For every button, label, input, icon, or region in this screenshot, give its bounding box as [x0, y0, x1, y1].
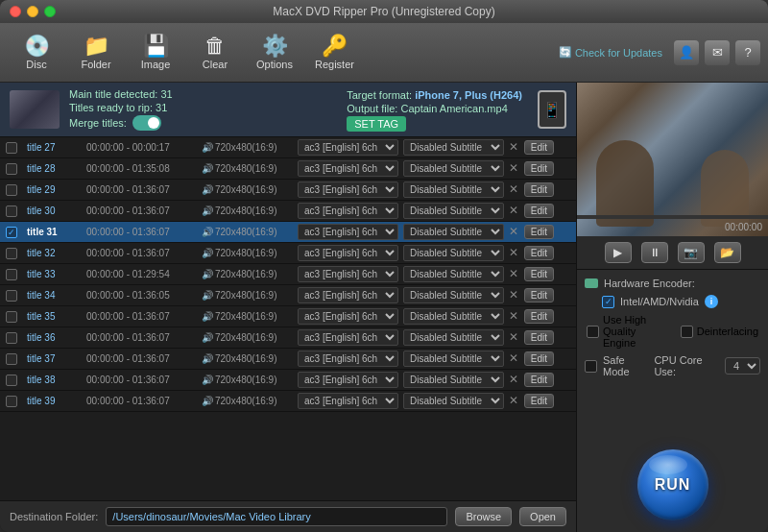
table-row[interactable]: title 33 00:00:00 - 01:29:54 🔊720x480(16… [0, 264, 576, 285]
audio-select[interactable]: ac3 [English] 6ch [298, 181, 398, 198]
subtitle-select[interactable]: Disabled Subtitle [403, 308, 504, 325]
title-checkbox[interactable] [6, 184, 17, 196]
audio-select[interactable]: ac3 [English] 6ch [298, 351, 398, 367]
table-row[interactable]: title 29 00:00:00 - 01:36:07 🔊720x480(16… [0, 180, 576, 201]
audio-select[interactable]: ac3 [English] 6ch [298, 245, 398, 261]
subtitle-select[interactable]: Disabled Subtitle [403, 245, 504, 261]
audio-select[interactable]: ac3 [English] 6ch [298, 224, 398, 240]
table-row[interactable]: title 35 00:00:00 - 01:36:07 🔊720x480(16… [0, 306, 576, 327]
dest-input[interactable] [106, 507, 447, 526]
remove-icon[interactable]: ✕ [509, 161, 518, 175]
browse-button[interactable]: Browse [455, 507, 512, 526]
check-updates-button[interactable]: 🔄 Check for Updates [559, 46, 662, 59]
screenshot-button[interactable]: 📷 [678, 242, 705, 263]
folder-button[interactable]: 📁 Folder [67, 28, 125, 78]
edit-button[interactable]: Edit [524, 330, 554, 345]
clear-button[interactable]: 🗑 Clear [186, 28, 244, 78]
table-row[interactable]: title 39 00:00:00 - 01:36:07 🔊720x480(16… [0, 391, 576, 412]
subtitle-select[interactable]: Disabled Subtitle [403, 224, 504, 240]
register-button[interactable]: 🔑 Register [305, 28, 364, 78]
audio-select[interactable]: ac3 [English] 6ch [298, 203, 398, 219]
image-button[interactable]: 💾 Image [127, 28, 184, 78]
edit-button[interactable]: Edit [524, 351, 554, 366]
edit-button[interactable]: Edit [524, 225, 554, 239]
edit-button[interactable]: Edit [524, 182, 554, 197]
title-checkbox[interactable] [6, 290, 17, 302]
title-checkbox[interactable] [6, 353, 17, 365]
table-row[interactable]: title 28 00:00:00 - 01:35:08 🔊720x480(16… [0, 158, 576, 180]
title-checkbox[interactable] [6, 396, 17, 407]
options-button[interactable]: ⚙️ Options [246, 28, 303, 78]
audio-select[interactable]: ac3 [English] 6ch [298, 308, 398, 325]
maximize-button[interactable] [44, 6, 56, 17]
remove-icon[interactable]: ✕ [509, 140, 518, 154]
edit-button[interactable]: Edit [524, 161, 554, 176]
audio-select[interactable]: ac3 [English] 6ch [298, 139, 398, 156]
edit-button[interactable]: Edit [524, 309, 554, 324]
edit-button[interactable]: Edit [524, 267, 554, 281]
title-checkbox[interactable] [6, 269, 17, 280]
edit-button[interactable]: Edit [524, 140, 554, 155]
remove-icon[interactable]: ✕ [509, 204, 518, 217]
audio-select[interactable]: ac3 [English] 6ch [298, 329, 398, 346]
remove-icon[interactable]: ✕ [509, 225, 518, 238]
table-row[interactable]: title 36 00:00:00 - 01:36:07 🔊720x480(16… [0, 327, 576, 349]
title-checkbox[interactable] [6, 206, 17, 217]
mail-icon-button[interactable]: ✉ [705, 40, 730, 65]
safe-mode-checkbox[interactable] [585, 360, 597, 373]
title-checkbox[interactable] [6, 332, 17, 344]
remove-icon[interactable]: ✕ [509, 267, 518, 280]
user-icon-button[interactable]: 👤 [674, 40, 699, 65]
subtitle-select[interactable]: Disabled Subtitle [403, 266, 504, 282]
table-row[interactable]: title 30 00:00:00 - 01:36:07 🔊720x480(16… [0, 201, 576, 222]
disc-button[interactable]: 💿 Disc [8, 28, 65, 78]
close-button[interactable] [10, 6, 21, 17]
subtitle-select[interactable]: Disabled Subtitle [403, 351, 504, 367]
audio-select[interactable]: ac3 [English] 6ch [298, 287, 398, 303]
subtitle-select[interactable]: Disabled Subtitle [403, 393, 504, 409]
subtitle-select[interactable]: Disabled Subtitle [403, 203, 504, 219]
table-row[interactable]: ✓ title 31 00:00:00 - 01:36:07 🔊720x480(… [0, 222, 576, 243]
title-checkbox[interactable] [6, 248, 17, 259]
remove-icon[interactable]: ✕ [509, 182, 518, 196]
edit-button[interactable]: Edit [524, 394, 554, 408]
title-checkbox[interactable] [6, 311, 17, 323]
open-button[interactable]: Open [519, 507, 566, 526]
audio-select[interactable]: ac3 [English] 6ch [298, 393, 398, 409]
subtitle-select[interactable]: Disabled Subtitle [403, 181, 504, 198]
remove-icon[interactable]: ✕ [509, 246, 518, 259]
edit-button[interactable]: Edit [524, 288, 554, 302]
remove-icon[interactable]: ✕ [509, 288, 518, 302]
info-button[interactable]: i [705, 295, 718, 308]
table-row[interactable]: title 37 00:00:00 - 01:36:07 🔊720x480(16… [0, 349, 576, 370]
play-button[interactable]: ▶ [605, 242, 632, 263]
audio-select[interactable]: ac3 [English] 6ch [298, 160, 398, 177]
title-list[interactable]: title 27 00:00:00 - 00:00:17 🔊720x480(16… [0, 137, 576, 500]
remove-icon[interactable]: ✕ [509, 330, 518, 344]
subtitle-select[interactable]: Disabled Subtitle [403, 139, 504, 156]
table-row[interactable]: title 38 00:00:00 - 01:36:07 🔊720x480(16… [0, 370, 576, 391]
set-tag-button[interactable]: SET TAG [347, 116, 406, 132]
run-button[interactable]: RUN [637, 449, 708, 520]
table-row[interactable]: title 32 00:00:00 - 01:36:07 🔊720x480(16… [0, 243, 576, 264]
edit-button[interactable]: Edit [524, 246, 554, 260]
title-checkbox[interactable]: ✓ [6, 227, 17, 238]
merge-toggle[interactable] [132, 115, 161, 131]
title-checkbox[interactable] [6, 375, 17, 386]
remove-icon[interactable]: ✕ [509, 394, 518, 407]
folder-open-button[interactable]: 📂 [714, 242, 741, 263]
hw-checkbox[interactable]: ✓ [602, 296, 614, 308]
pause-button[interactable]: ⏸ [641, 242, 668, 263]
edit-button[interactable]: Edit [524, 204, 554, 218]
title-checkbox[interactable] [6, 163, 17, 175]
high-quality-checkbox[interactable] [587, 326, 599, 338]
edit-button[interactable]: Edit [524, 373, 554, 387]
remove-icon[interactable]: ✕ [509, 309, 518, 323]
subtitle-select[interactable]: Disabled Subtitle [403, 329, 504, 346]
remove-icon[interactable]: ✕ [509, 351, 518, 365]
deinterlacing-checkbox[interactable] [681, 326, 693, 338]
title-checkbox[interactable] [6, 142, 17, 154]
subtitle-select[interactable]: Disabled Subtitle [403, 160, 504, 177]
audio-select[interactable]: ac3 [English] 6ch [298, 266, 398, 282]
table-row[interactable]: title 27 00:00:00 - 00:00:17 🔊720x480(16… [0, 137, 576, 158]
